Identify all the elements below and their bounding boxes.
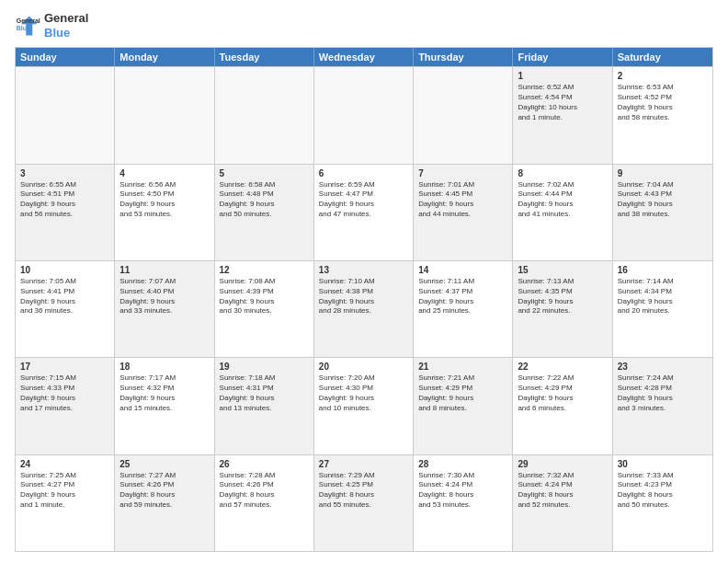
day-detail: Sunrise: 6:55 AM Sunset: 4:51 PM Dayligh… [20, 180, 109, 220]
day-detail: Sunrise: 6:52 AM Sunset: 4:54 PM Dayligh… [518, 83, 607, 122]
day-number: 17 [20, 361, 109, 373]
day-number: 14 [418, 264, 507, 276]
cal-header-sunday: Sunday [16, 48, 115, 66]
day-number: 25 [119, 458, 209, 470]
day-number: 24 [20, 458, 109, 470]
day-detail: Sunrise: 7:08 AM Sunset: 4:39 PM Dayligh… [220, 277, 309, 316]
cal-cell-20: 20Sunrise: 7:20 AM Sunset: 4:30 PM Dayli… [314, 358, 414, 454]
cal-cell-6: 6Sunrise: 6:59 AM Sunset: 4:47 PM Daylig… [314, 165, 414, 260]
day-number: 22 [518, 361, 607, 373]
day-detail: Sunrise: 6:58 AM Sunset: 4:48 PM Dayligh… [220, 180, 309, 220]
cal-cell-14: 14Sunrise: 7:11 AM Sunset: 4:37 PM Dayli… [414, 261, 513, 357]
day-detail: Sunrise: 7:27 AM Sunset: 4:26 PM Dayligh… [119, 471, 209, 511]
day-detail: Sunrise: 7:14 AM Sunset: 4:34 PM Dayligh… [618, 277, 708, 316]
cal-cell-24: 24Sunrise: 7:25 AM Sunset: 4:27 PM Dayli… [16, 455, 115, 551]
logo-text-general: General [44, 11, 88, 26]
day-number: 20 [319, 361, 408, 373]
day-detail: Sunrise: 7:22 AM Sunset: 4:29 PM Dayligh… [518, 373, 607, 413]
cal-cell-empty-1 [115, 67, 214, 163]
cal-cell-7: 7Sunrise: 7:01 AM Sunset: 4:45 PM Daylig… [414, 165, 513, 260]
day-detail: Sunrise: 7:02 AM Sunset: 4:44 PM Dayligh… [518, 180, 607, 220]
cal-cell-28: 28Sunrise: 7:30 AM Sunset: 4:24 PM Dayli… [414, 455, 513, 551]
calendar-header: SundayMondayTuesdayWednesdayThursdayFrid… [16, 48, 712, 66]
day-number: 19 [220, 361, 309, 373]
day-detail: Sunrise: 7:32 AM Sunset: 4:24 PM Dayligh… [518, 471, 607, 511]
cal-cell-2: 2Sunrise: 6:53 AM Sunset: 4:52 PM Daylig… [613, 67, 712, 163]
cal-cell-26: 26Sunrise: 7:28 AM Sunset: 4:26 PM Dayli… [215, 455, 314, 551]
day-detail: Sunrise: 7:05 AM Sunset: 4:41 PM Dayligh… [20, 277, 109, 316]
cal-cell-4: 4Sunrise: 6:56 AM Sunset: 4:50 PM Daylig… [115, 165, 214, 260]
cal-cell-30: 30Sunrise: 7:33 AM Sunset: 4:23 PM Dayli… [613, 455, 712, 551]
svg-text:General: General [17, 17, 40, 24]
day-detail: Sunrise: 7:15 AM Sunset: 4:33 PM Dayligh… [20, 373, 109, 413]
cal-row-1: 1Sunrise: 6:52 AM Sunset: 4:54 PM Daylig… [16, 66, 712, 163]
day-number: 28 [418, 458, 507, 470]
cal-cell-empty-3 [314, 67, 414, 163]
cal-cell-10: 10Sunrise: 7:05 AM Sunset: 4:41 PM Dayli… [16, 261, 115, 357]
day-detail: Sunrise: 7:10 AM Sunset: 4:38 PM Dayligh… [319, 277, 408, 316]
cal-header-friday: Friday [513, 48, 612, 66]
day-number: 6 [319, 167, 408, 179]
day-number: 12 [220, 264, 309, 276]
day-number: 3 [20, 167, 109, 179]
cal-header-saturday: Saturday [613, 48, 712, 66]
day-detail: Sunrise: 7:13 AM Sunset: 4:35 PM Dayligh… [518, 277, 607, 316]
logo-text-blue: Blue [44, 26, 88, 40]
day-detail: Sunrise: 6:53 AM Sunset: 4:52 PM Dayligh… [618, 83, 708, 122]
day-number: 21 [418, 361, 507, 373]
day-detail: Sunrise: 7:21 AM Sunset: 4:29 PM Dayligh… [418, 373, 507, 413]
day-detail: Sunrise: 7:01 AM Sunset: 4:45 PM Dayligh… [418, 180, 507, 220]
cal-row-3: 10Sunrise: 7:05 AM Sunset: 4:41 PM Dayli… [16, 260, 712, 357]
day-number: 4 [119, 167, 209, 179]
day-detail: Sunrise: 7:33 AM Sunset: 4:23 PM Dayligh… [618, 471, 708, 511]
logo-icon: General Blue [15, 13, 40, 39]
day-detail: Sunrise: 7:17 AM Sunset: 4:32 PM Dayligh… [119, 373, 209, 413]
day-number: 27 [319, 458, 408, 470]
cal-cell-11: 11Sunrise: 7:07 AM Sunset: 4:40 PM Dayli… [115, 261, 214, 357]
day-number: 26 [220, 458, 309, 470]
cal-cell-3: 3Sunrise: 6:55 AM Sunset: 4:51 PM Daylig… [16, 165, 115, 260]
day-number: 2 [618, 70, 708, 82]
calendar: SundayMondayTuesdayWednesdayThursdayFrid… [15, 47, 713, 552]
day-number: 11 [119, 264, 209, 276]
cal-header-thursday: Thursday [414, 48, 513, 66]
cal-row-4: 17Sunrise: 7:15 AM Sunset: 4:33 PM Dayli… [16, 357, 712, 454]
header: General Blue General Blue [15, 11, 713, 40]
day-number: 18 [119, 361, 209, 373]
cal-row-2: 3Sunrise: 6:55 AM Sunset: 4:51 PM Daylig… [16, 164, 712, 260]
day-detail: Sunrise: 6:59 AM Sunset: 4:47 PM Dayligh… [319, 180, 408, 220]
day-detail: Sunrise: 7:11 AM Sunset: 4:37 PM Dayligh… [418, 277, 507, 316]
cal-cell-15: 15Sunrise: 7:13 AM Sunset: 4:35 PM Dayli… [513, 261, 612, 357]
cal-cell-13: 13Sunrise: 7:10 AM Sunset: 4:38 PM Dayli… [314, 261, 414, 357]
cal-cell-21: 21Sunrise: 7:21 AM Sunset: 4:29 PM Dayli… [414, 358, 513, 454]
day-number: 29 [518, 458, 607, 470]
cal-cell-empty-0 [16, 67, 115, 163]
cal-cell-19: 19Sunrise: 7:18 AM Sunset: 4:31 PM Dayli… [215, 358, 314, 454]
cal-header-wednesday: Wednesday [314, 48, 414, 66]
day-detail: Sunrise: 7:30 AM Sunset: 4:24 PM Dayligh… [418, 471, 507, 511]
day-number: 1 [518, 70, 607, 82]
day-detail: Sunrise: 7:18 AM Sunset: 4:31 PM Dayligh… [220, 373, 309, 413]
svg-text:Blue: Blue [17, 25, 30, 31]
day-number: 7 [418, 167, 507, 179]
cal-cell-17: 17Sunrise: 7:15 AM Sunset: 4:33 PM Dayli… [16, 358, 115, 454]
calendar-body: 1Sunrise: 6:52 AM Sunset: 4:54 PM Daylig… [16, 66, 712, 551]
page: General Blue General Blue SundayMondayTu… [0, 0, 728, 563]
day-number: 5 [220, 167, 309, 179]
day-detail: Sunrise: 7:20 AM Sunset: 4:30 PM Dayligh… [319, 373, 408, 413]
day-number: 8 [518, 167, 607, 179]
day-number: 10 [20, 264, 109, 276]
day-detail: Sunrise: 7:07 AM Sunset: 4:40 PM Dayligh… [119, 277, 209, 316]
day-number: 15 [518, 264, 607, 276]
cal-cell-18: 18Sunrise: 7:17 AM Sunset: 4:32 PM Dayli… [115, 358, 214, 454]
day-number: 13 [319, 264, 408, 276]
cal-cell-empty-2 [215, 67, 314, 163]
day-detail: Sunrise: 6:56 AM Sunset: 4:50 PM Dayligh… [119, 180, 209, 220]
cal-cell-25: 25Sunrise: 7:27 AM Sunset: 4:26 PM Dayli… [115, 455, 214, 551]
day-number: 30 [618, 458, 708, 470]
cal-cell-empty-4 [414, 67, 513, 163]
day-detail: Sunrise: 7:29 AM Sunset: 4:25 PM Dayligh… [319, 471, 408, 511]
cal-cell-23: 23Sunrise: 7:24 AM Sunset: 4:28 PM Dayli… [613, 358, 712, 454]
cal-cell-12: 12Sunrise: 7:08 AM Sunset: 4:39 PM Dayli… [215, 261, 314, 357]
day-detail: Sunrise: 7:24 AM Sunset: 4:28 PM Dayligh… [618, 373, 708, 413]
